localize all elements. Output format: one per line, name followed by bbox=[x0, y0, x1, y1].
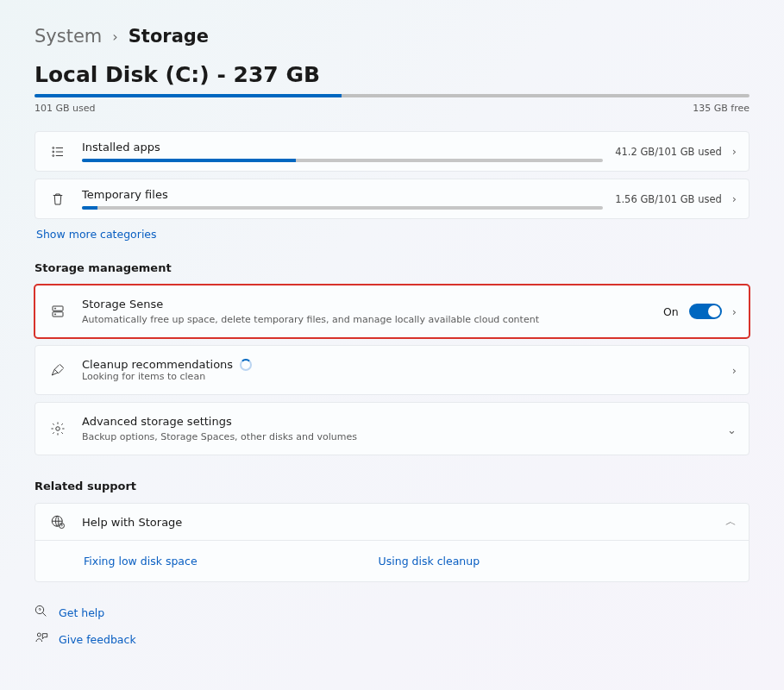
storage-sense-title: Storage Sense bbox=[82, 298, 651, 310]
give-feedback-link[interactable]: Give feedback bbox=[59, 633, 136, 646]
feedback-icon bbox=[34, 631, 48, 648]
gear-icon bbox=[47, 421, 68, 436]
chevron-right-icon: › bbox=[732, 305, 737, 318]
link-using-disk-cleanup[interactable]: Using disk cleanup bbox=[379, 555, 480, 568]
help-title: Help with Storage bbox=[82, 516, 713, 529]
chevron-right-icon: › bbox=[732, 364, 737, 377]
category-title: Temporary files bbox=[82, 188, 603, 201]
breadcrumb: System › Storage bbox=[34, 26, 750, 47]
svg-point-4 bbox=[53, 154, 54, 156]
svg-rect-6 bbox=[53, 306, 63, 310]
storage-sense-toggle[interactable] bbox=[689, 304, 722, 319]
category-bar bbox=[82, 206, 603, 210]
help-with-storage-card: Help with Storage ︿ Fixing low disk spac… bbox=[34, 503, 750, 582]
category-temporary-files[interactable]: Temporary files 1.56 GB/101 GB used › bbox=[34, 179, 750, 219]
cleanup-recommendations-row[interactable]: Cleanup recommendations Looking for item… bbox=[34, 345, 750, 395]
globe-help-icon bbox=[47, 514, 68, 530]
chevron-down-icon: ⌄ bbox=[727, 423, 737, 436]
cleanup-sub: Looking for items to clean bbox=[82, 371, 720, 382]
svg-point-10 bbox=[56, 427, 60, 431]
svg-rect-7 bbox=[53, 312, 63, 317]
get-help-link[interactable]: Get help bbox=[59, 606, 104, 619]
svg-point-14 bbox=[37, 633, 41, 637]
link-fixing-low-disk-space[interactable]: Fixing low disk space bbox=[84, 555, 198, 568]
chevron-right-icon: › bbox=[732, 192, 737, 205]
chevron-right-icon: › bbox=[112, 28, 117, 45]
advanced-storage-row[interactable]: Advanced storage settings Backup options… bbox=[34, 402, 750, 455]
chevron-up-icon: ︿ bbox=[725, 514, 737, 530]
disk-usage-bar bbox=[34, 94, 750, 97]
related-support-header: Related support bbox=[34, 480, 750, 492]
disk-free-label: 135 GB free bbox=[693, 103, 750, 114]
svg-point-0 bbox=[53, 147, 54, 148]
storage-sense-state: On bbox=[663, 305, 679, 318]
category-bar bbox=[82, 159, 603, 162]
cleanup-title: Cleanup recommendations bbox=[82, 358, 233, 371]
show-more-categories-link[interactable]: Show more categories bbox=[36, 228, 748, 241]
category-installed-apps[interactable]: Installed apps 41.2 GB/101 GB used › bbox=[34, 131, 750, 172]
category-usage: 41.2 GB/101 GB used bbox=[615, 146, 722, 158]
disk-used-label: 101 GB used bbox=[34, 103, 96, 114]
disk-usage-fill bbox=[34, 94, 342, 97]
svg-point-9 bbox=[54, 314, 55, 315]
breadcrumb-current: Storage bbox=[129, 26, 209, 47]
category-usage: 1.56 GB/101 GB used bbox=[615, 193, 722, 205]
help-with-storage-header[interactable]: Help with Storage ︿ bbox=[35, 504, 749, 540]
svg-point-8 bbox=[54, 308, 55, 309]
storage-management-header: Storage management bbox=[34, 261, 750, 274]
breadcrumb-parent[interactable]: System bbox=[34, 26, 102, 47]
category-title: Installed apps bbox=[82, 141, 603, 154]
trash-icon bbox=[47, 191, 68, 207]
chevron-right-icon: › bbox=[732, 145, 737, 158]
storage-icon bbox=[47, 304, 68, 319]
help-icon bbox=[34, 605, 48, 621]
broom-icon bbox=[47, 362, 68, 378]
advanced-title: Advanced storage settings bbox=[82, 415, 715, 428]
advanced-sub: Backup options, Storage Spaces, other di… bbox=[82, 431, 715, 442]
storage-sense-sub: Automatically free up space, delete temp… bbox=[82, 314, 651, 325]
disk-title: Local Disk (C:) - 237 GB bbox=[34, 62, 750, 87]
loading-spinner-icon bbox=[240, 359, 252, 371]
installed-apps-icon bbox=[47, 144, 68, 160]
svg-point-2 bbox=[53, 151, 54, 153]
storage-sense-row[interactable]: Storage Sense Automatically free up spac… bbox=[34, 285, 750, 338]
